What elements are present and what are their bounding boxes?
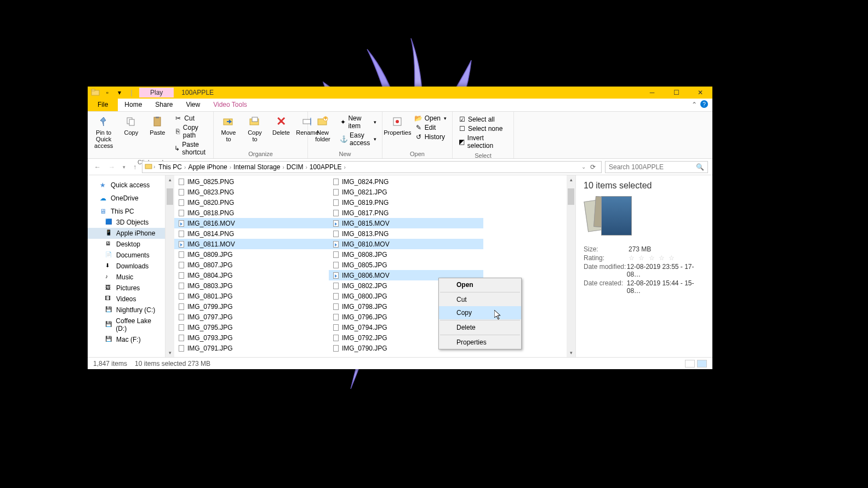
details-view-button[interactable] (685, 360, 695, 368)
icons-view-button[interactable] (697, 360, 707, 368)
nav-item[interactable]: 💾Coffee Lake (D:) (88, 315, 165, 334)
scroll-up-icon[interactable]: ▴ (567, 175, 575, 184)
search-icon[interactable]: 🔍 (696, 163, 704, 171)
nav-item[interactable]: 📄Documents (88, 250, 165, 261)
file-item[interactable]: IMG_0811.MOV (174, 239, 329, 249)
moveto-button[interactable]: Move to (216, 113, 241, 150)
file-item[interactable]: IMG_0799.JPG (174, 301, 329, 312)
nav-item[interactable]: 🎞Videos (88, 294, 165, 305)
nav-item[interactable]: 🖥Desktop (88, 239, 165, 250)
file-item[interactable]: IMG_0808.JPG (329, 249, 483, 260)
scroll-down-icon[interactable]: ▾ (567, 348, 575, 357)
pasteshortcut-button[interactable]: ↳Paste shortcut (172, 140, 210, 157)
nav-thispc[interactable]: 🖥This PC (88, 206, 165, 217)
tab-home[interactable]: Home (118, 99, 149, 111)
dropdown-icon[interactable]: ⌄ (581, 164, 586, 170)
tab-view[interactable]: View (179, 99, 207, 111)
selectall-button[interactable]: ☑Select all (456, 115, 510, 124)
tab-file[interactable]: File (88, 99, 118, 111)
cut-button[interactable]: ✂Cut (172, 114, 210, 123)
qat-item[interactable]: ▾ (115, 88, 124, 97)
ctx-properties[interactable]: Properties (439, 336, 521, 349)
nav-item[interactable]: 📱Apple iPhone (88, 228, 165, 239)
pin-quickaccess-button[interactable]: Pin to Quick access (90, 113, 117, 158)
newfolder-button[interactable]: ✦New folder (310, 113, 335, 150)
nav-item[interactable]: 🟦3D Objects (88, 217, 165, 228)
nav-quickaccess[interactable]: ★Quick access (88, 180, 165, 191)
scrollbar-thumb[interactable] (568, 188, 574, 205)
title-bar[interactable]: ▫ ▾ | Play 100APPLE ─ ☐ ✕ (88, 87, 712, 99)
forward-button[interactable]: → (106, 163, 117, 171)
file-item[interactable]: IMG_0824.PNG (329, 176, 483, 187)
help-icon[interactable]: ? (700, 100, 708, 108)
copypath-button[interactable]: ⎘Copy path (172, 123, 210, 140)
file-item[interactable]: IMG_0803.JPG (174, 280, 329, 291)
paste-button[interactable]: Paste (145, 113, 170, 158)
breadcrumb-item[interactable]: Internal Storage (231, 163, 282, 171)
qat-item[interactable]: ▫ (103, 88, 112, 97)
invertselection-button[interactable]: ◩Invert selection (456, 134, 510, 150)
delete-button[interactable]: ✕Delete (269, 113, 294, 150)
file-item[interactable]: IMG_0815.MOV (329, 218, 483, 228)
navigation-pane[interactable]: ★Quick access ☁OneDrive 🖥This PC 🟦3D Obj… (88, 175, 165, 357)
ctx-cut[interactable]: Cut (439, 293, 521, 306)
collapse-ribbon-icon[interactable]: ⌃ (692, 101, 697, 108)
history-button[interactable]: ↺History (413, 133, 449, 141)
edit-button[interactable]: ✎Edit (413, 123, 449, 132)
scroll-up-icon[interactable]: ▴ (165, 175, 174, 184)
back-button[interactable]: ← (92, 163, 103, 171)
scrollbar-thumb[interactable] (167, 188, 173, 205)
file-item[interactable]: IMG_0825.PNG (174, 176, 329, 187)
minimize-button[interactable]: ─ (640, 87, 664, 99)
file-item[interactable]: IMG_0813.PNG (329, 228, 483, 239)
rating-stars[interactable]: ☆ ☆ ☆ ☆ ☆ (629, 254, 676, 262)
chevron-right-icon[interactable]: › (344, 164, 346, 170)
open-button[interactable]: 📂Open▾ (413, 114, 449, 123)
address-bar[interactable]: › This PC›Apple iPhone›Internal Storage›… (142, 161, 602, 173)
file-item[interactable]: IMG_0807.JPG (174, 260, 329, 270)
up-button[interactable]: ↑ (131, 163, 139, 171)
recent-dropdown-icon[interactable]: ▾ (121, 164, 128, 170)
selectnone-button[interactable]: ☐Select none (456, 124, 510, 133)
copyto-button[interactable]: Copy to (242, 113, 267, 150)
file-item[interactable]: IMG_0818.PNG (174, 208, 329, 218)
file-item[interactable]: IMG_0810.MOV (329, 239, 483, 249)
file-item[interactable]: IMG_0791.JPG (174, 343, 329, 353)
nav-item[interactable]: 💾Nightfury (C:) (88, 305, 165, 315)
file-item[interactable]: IMG_0816.MOV (174, 218, 329, 228)
file-item[interactable]: IMG_0793.JPG (174, 332, 329, 343)
close-button[interactable]: ✕ (688, 87, 712, 99)
file-item[interactable]: IMG_0823.PNG (174, 187, 329, 197)
copy-button[interactable]: Copy (118, 113, 144, 158)
refresh-button[interactable]: ⟳ (587, 163, 599, 171)
file-item[interactable]: IMG_0821.JPG (329, 187, 483, 197)
nav-item[interactable]: 💾Mac (F:) (88, 334, 165, 345)
file-item[interactable]: IMG_0801.JPG (174, 291, 329, 301)
search-input[interactable] (609, 163, 696, 171)
scroll-down-icon[interactable]: ▾ (165, 348, 174, 357)
file-item[interactable]: IMG_0795.JPG (174, 322, 329, 332)
contextual-tab-play[interactable]: Play (139, 88, 174, 97)
nav-item[interactable]: ♪Music (88, 272, 165, 283)
search-box[interactable]: 🔍 (605, 161, 708, 173)
properties-button[interactable]: Properties (385, 113, 410, 150)
breadcrumb-item[interactable]: DCIM (284, 163, 306, 171)
nav-onedrive[interactable]: ☁OneDrive (88, 193, 165, 204)
file-item[interactable]: IMG_0804.JPG (174, 270, 329, 280)
breadcrumb-item[interactable]: Apple iPhone (186, 163, 229, 171)
tab-video-tools[interactable]: Video Tools (207, 99, 254, 111)
easyaccess-button[interactable]: ⚓Easy access▾ (338, 131, 379, 147)
file-item[interactable]: IMG_0814.PNG (174, 228, 329, 239)
maximize-button[interactable]: ☐ (664, 87, 688, 99)
file-item[interactable]: IMG_0797.JPG (174, 312, 329, 322)
newitem-button[interactable]: ✦New item▾ (338, 114, 379, 130)
file-item[interactable]: IMG_0819.PNG (329, 197, 483, 208)
chevron-right-icon[interactable]: › (153, 164, 155, 170)
file-item[interactable]: IMG_0820.PNG (174, 197, 329, 208)
breadcrumb-item[interactable]: 100APPLE (307, 163, 344, 171)
tab-share[interactable]: Share (149, 99, 179, 111)
nav-item[interactable]: 🖼Pictures (88, 283, 165, 294)
file-item[interactable]: IMG_0817.PNG (329, 208, 483, 218)
ctx-delete[interactable]: Delete (439, 321, 521, 334)
ctx-open[interactable]: Open (439, 278, 521, 291)
